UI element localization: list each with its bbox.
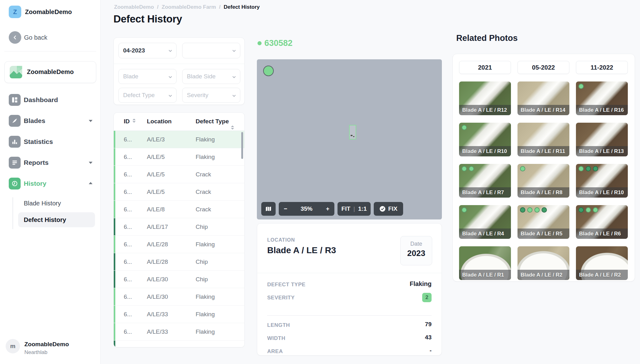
breadcrumb-separator: / — [157, 4, 159, 10]
defect-id-heading: 630582 — [258, 38, 292, 48]
related-photo[interactable]: Blade A / LE / R10 — [459, 123, 511, 156]
severity-dot — [542, 207, 547, 213]
table-row[interactable]: 6... A/LE/30 Chip — [114, 271, 244, 288]
chevron-down-icon[interactable] — [89, 162, 92, 164]
table-row[interactable]: 6... A/LE/28 Chip — [114, 253, 244, 271]
severity-dot — [578, 207, 584, 213]
table-row[interactable]: 6... A/LE/5 Crack — [114, 183, 244, 201]
cell-id: 6... — [124, 306, 132, 323]
blade-side-filter-select[interactable]: Blade Side — [182, 69, 240, 84]
related-photo[interactable]: Blade A / LE / R1 — [459, 246, 511, 280]
sidebar-item-defect-history[interactable]: Defect History — [18, 212, 95, 227]
related-photo[interactable]: Blade A / LE / R4 — [459, 205, 511, 239]
severity-dots — [462, 207, 467, 213]
related-photo[interactable]: Blade A / LE / R14 — [518, 81, 569, 115]
table-row[interactable]: 6... A/LE/17 Chip — [114, 218, 244, 236]
severity-stripe — [114, 183, 115, 200]
breadcrumb-item[interactable]: ZoomableDemo Farm — [162, 4, 216, 10]
defect-type-filter-select[interactable]: Defect Type — [118, 88, 177, 103]
cell-id: 6... — [124, 236, 132, 253]
related-photo[interactable]: Blade A / LE / R2 — [576, 246, 628, 280]
fix-button-label: FIX — [388, 205, 398, 212]
severity-stripe — [114, 271, 115, 288]
fit-control: FIT | 1:1 — [338, 202, 371, 216]
farm-card[interactable]: ZoomableDemo — [4, 61, 96, 83]
related-photo[interactable]: Blade A / LE / R5 — [518, 205, 569, 239]
sidebar-item-dashboard[interactable]: Dashboard — [0, 94, 101, 106]
related-photo[interactable]: Blade A / LE / R2 — [518, 246, 569, 280]
zoom-in-button[interactable]: + — [326, 205, 329, 212]
sidebar-item-blade-history[interactable]: Blade History — [24, 200, 61, 207]
column-header-defect-type[interactable]: Defect Type — [196, 118, 244, 132]
photo-caption: Blade A / LE / R12 — [459, 105, 511, 115]
related-photo[interactable]: Blade A / LE / R8 — [518, 164, 569, 198]
width-value: 43 — [425, 334, 432, 341]
sort-icon[interactable] — [231, 125, 234, 130]
related-photo[interactable]: Blade A / LE / R7 — [459, 164, 511, 198]
table-scrollbar[interactable] — [241, 132, 243, 159]
column-header-id[interactable]: ID — [124, 118, 136, 125]
sidebar-item-label: Statistics — [24, 138, 53, 145]
sidebar-item-blades[interactable]: Blades — [0, 115, 101, 127]
area-label: AREA — [267, 348, 283, 355]
severity-filter-select[interactable]: Severity — [182, 88, 240, 103]
zoom-control: − 35% + — [279, 202, 334, 216]
photo-caption: Blade A / LE / R10 — [459, 146, 511, 156]
one-to-one-button[interactable]: 1:1 — [358, 205, 367, 212]
user-avatar[interactable]: m — [6, 339, 20, 353]
severity-dot — [520, 207, 525, 213]
related-photo[interactable]: Blade A / LE / R13 — [576, 123, 628, 156]
chevron-down-icon[interactable] — [89, 120, 92, 122]
severity-dot — [586, 166, 591, 171]
table-row[interactable]: 6... A/LE/33 Flaking — [114, 323, 244, 341]
sort-icon[interactable] — [132, 119, 136, 123]
zoom-out-button[interactable]: − — [284, 205, 287, 212]
sidebar-item-statistics[interactable]: Statistics — [0, 135, 101, 148]
chevron-left-icon — [12, 34, 18, 41]
related-photo[interactable]: Blade A / LE / R10 — [576, 164, 628, 198]
sidebar-item-reports[interactable]: Reports — [0, 156, 101, 169]
cell-defect-type: Chip — [196, 271, 208, 288]
severity-stripe — [114, 131, 115, 148]
cell-id: 6... — [124, 341, 132, 347]
table-row[interactable]: 6... A/LE/28 Flaking — [114, 236, 244, 253]
table-row[interactable]: 6... A/LE/30 Flaking — [114, 288, 244, 306]
viewer-controls: − 35% + FIT | 1:1 FIX — [261, 202, 403, 216]
breadcrumb-item[interactable]: ZoomableDemo — [114, 4, 154, 10]
fix-button[interactable]: FIX — [374, 202, 403, 216]
defect-bounding-box[interactable] — [349, 125, 356, 140]
table-row[interactable]: 6... A/LE/35 Chip — [114, 341, 244, 347]
related-photo[interactable]: Blade A / LE / R6 — [576, 205, 628, 239]
compare-date-select[interactable] — [182, 43, 240, 58]
chevron-up-icon[interactable] — [89, 182, 92, 184]
breadcrumb-separator: / — [219, 4, 221, 10]
dashboard-icon — [9, 94, 21, 106]
defect-marker[interactable] — [263, 66, 274, 76]
date-select[interactable]: 04-2023 — [118, 43, 177, 58]
page-title: Defect History — [113, 13, 182, 25]
fit-button[interactable]: FIT — [342, 205, 351, 212]
cell-id: 6... — [124, 166, 132, 183]
go-back-button[interactable] — [9, 31, 21, 44]
related-photo[interactable]: Blade A / LE / R12 — [459, 81, 511, 115]
go-back-label[interactable]: Go back — [24, 34, 47, 41]
table-row[interactable]: 6... A/LE/3 Flaking — [114, 131, 244, 148]
details-divider — [257, 273, 442, 273]
sidebar-item-label: Reports — [24, 159, 48, 166]
cell-id: 6... — [124, 148, 132, 166]
table-row[interactable]: 6... A/LE/33 Flaking — [114, 306, 244, 323]
cell-id: 6... — [124, 288, 132, 306]
table-row[interactable]: 6... A/LE/5 Crack — [114, 166, 244, 183]
photo-viewer-canvas[interactable]: − 35% + FIT | 1:1 FIX — [257, 59, 442, 219]
sidebar-item-label: Dashboard — [24, 96, 58, 104]
sidebar-item-history[interactable]: History — [0, 177, 101, 190]
table-row[interactable]: 6... A/LE/8 Crack — [114, 201, 244, 218]
severity-dot — [527, 207, 532, 213]
severity-stripe — [114, 253, 115, 270]
severity-stripe — [114, 218, 115, 235]
related-photo[interactable]: Blade A / LE / R11 — [518, 123, 569, 156]
blade-filter-select[interactable]: Blade — [118, 69, 177, 84]
minimap-button[interactable] — [261, 202, 276, 216]
related-photo[interactable]: Blade A / LE / R16 — [576, 81, 628, 115]
table-row[interactable]: 6... A/LE/5 Flaking — [114, 148, 244, 166]
